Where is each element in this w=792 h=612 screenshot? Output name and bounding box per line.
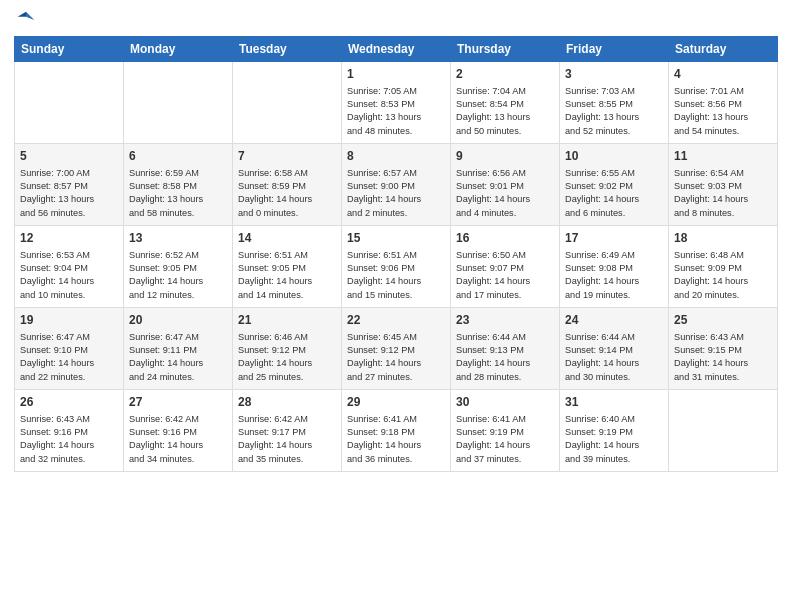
calendar-week-3: 12Sunrise: 6:53 AMSunset: 9:04 PMDayligh…: [15, 226, 778, 308]
calendar-week-5: 26Sunrise: 6:43 AMSunset: 9:16 PMDayligh…: [15, 390, 778, 472]
day-number: 1: [347, 66, 445, 83]
calendar-day-29: 29Sunrise: 6:41 AMSunset: 9:18 PMDayligh…: [342, 390, 451, 472]
day-number: 17: [565, 230, 663, 247]
calendar-day-12: 12Sunrise: 6:53 AMSunset: 9:04 PMDayligh…: [15, 226, 124, 308]
day-info: Sunrise: 6:45 AMSunset: 9:12 PMDaylight:…: [347, 331, 445, 384]
day-info: Sunrise: 6:44 AMSunset: 9:14 PMDaylight:…: [565, 331, 663, 384]
calendar-day-31: 31Sunrise: 6:40 AMSunset: 9:19 PMDayligh…: [560, 390, 669, 472]
day-number: 24: [565, 312, 663, 329]
day-number: 5: [20, 148, 118, 165]
calendar-day-18: 18Sunrise: 6:48 AMSunset: 9:09 PMDayligh…: [669, 226, 778, 308]
day-info: Sunrise: 6:44 AMSunset: 9:13 PMDaylight:…: [456, 331, 554, 384]
day-number: 4: [674, 66, 772, 83]
day-number: 10: [565, 148, 663, 165]
calendar-day-13: 13Sunrise: 6:52 AMSunset: 9:05 PMDayligh…: [124, 226, 233, 308]
calendar-day-16: 16Sunrise: 6:50 AMSunset: 9:07 PMDayligh…: [451, 226, 560, 308]
day-number: 6: [129, 148, 227, 165]
calendar-day-27: 27Sunrise: 6:42 AMSunset: 9:16 PMDayligh…: [124, 390, 233, 472]
empty-cell: [669, 390, 778, 472]
day-number: 13: [129, 230, 227, 247]
day-number: 12: [20, 230, 118, 247]
day-number: 23: [456, 312, 554, 329]
col-header-friday: Friday: [560, 37, 669, 62]
day-info: Sunrise: 6:42 AMSunset: 9:16 PMDaylight:…: [129, 413, 227, 466]
day-number: 9: [456, 148, 554, 165]
empty-cell: [233, 62, 342, 144]
calendar-week-1: 1Sunrise: 7:05 AMSunset: 8:53 PMDaylight…: [15, 62, 778, 144]
logo: [14, 10, 36, 30]
calendar-day-24: 24Sunrise: 6:44 AMSunset: 9:14 PMDayligh…: [560, 308, 669, 390]
day-info: Sunrise: 6:46 AMSunset: 9:12 PMDaylight:…: [238, 331, 336, 384]
calendar-day-9: 9Sunrise: 6:56 AMSunset: 9:01 PMDaylight…: [451, 144, 560, 226]
day-info: Sunrise: 6:49 AMSunset: 9:08 PMDaylight:…: [565, 249, 663, 302]
day-number: 14: [238, 230, 336, 247]
calendar-header-row: SundayMondayTuesdayWednesdayThursdayFrid…: [15, 37, 778, 62]
calendar-week-2: 5Sunrise: 7:00 AMSunset: 8:57 PMDaylight…: [15, 144, 778, 226]
calendar-day-1: 1Sunrise: 7:05 AMSunset: 8:53 PMDaylight…: [342, 62, 451, 144]
day-number: 2: [456, 66, 554, 83]
day-number: 31: [565, 394, 663, 411]
calendar-day-30: 30Sunrise: 6:41 AMSunset: 9:19 PMDayligh…: [451, 390, 560, 472]
calendar-day-7: 7Sunrise: 6:58 AMSunset: 8:59 PMDaylight…: [233, 144, 342, 226]
day-number: 30: [456, 394, 554, 411]
calendar-day-22: 22Sunrise: 6:45 AMSunset: 9:12 PMDayligh…: [342, 308, 451, 390]
day-info: Sunrise: 7:03 AMSunset: 8:55 PMDaylight:…: [565, 85, 663, 138]
calendar-day-3: 3Sunrise: 7:03 AMSunset: 8:55 PMDaylight…: [560, 62, 669, 144]
day-info: Sunrise: 6:56 AMSunset: 9:01 PMDaylight:…: [456, 167, 554, 220]
col-header-saturday: Saturday: [669, 37, 778, 62]
day-number: 8: [347, 148, 445, 165]
day-number: 25: [674, 312, 772, 329]
day-number: 29: [347, 394, 445, 411]
day-number: 19: [20, 312, 118, 329]
day-info: Sunrise: 6:55 AMSunset: 9:02 PMDaylight:…: [565, 167, 663, 220]
day-number: 28: [238, 394, 336, 411]
day-number: 7: [238, 148, 336, 165]
day-number: 21: [238, 312, 336, 329]
col-header-wednesday: Wednesday: [342, 37, 451, 62]
day-info: Sunrise: 6:58 AMSunset: 8:59 PMDaylight:…: [238, 167, 336, 220]
day-info: Sunrise: 6:52 AMSunset: 9:05 PMDaylight:…: [129, 249, 227, 302]
day-number: 26: [20, 394, 118, 411]
calendar: SundayMondayTuesdayWednesdayThursdayFrid…: [14, 36, 778, 472]
calendar-day-19: 19Sunrise: 6:47 AMSunset: 9:10 PMDayligh…: [15, 308, 124, 390]
empty-cell: [15, 62, 124, 144]
calendar-day-4: 4Sunrise: 7:01 AMSunset: 8:56 PMDaylight…: [669, 62, 778, 144]
col-header-thursday: Thursday: [451, 37, 560, 62]
day-info: Sunrise: 6:50 AMSunset: 9:07 PMDaylight:…: [456, 249, 554, 302]
page: SundayMondayTuesdayWednesdayThursdayFrid…: [0, 0, 792, 612]
calendar-day-5: 5Sunrise: 7:00 AMSunset: 8:57 PMDaylight…: [15, 144, 124, 226]
day-info: Sunrise: 6:47 AMSunset: 9:11 PMDaylight:…: [129, 331, 227, 384]
day-number: 15: [347, 230, 445, 247]
calendar-day-15: 15Sunrise: 6:51 AMSunset: 9:06 PMDayligh…: [342, 226, 451, 308]
calendar-day-10: 10Sunrise: 6:55 AMSunset: 9:02 PMDayligh…: [560, 144, 669, 226]
day-info: Sunrise: 6:54 AMSunset: 9:03 PMDaylight:…: [674, 167, 772, 220]
calendar-day-14: 14Sunrise: 6:51 AMSunset: 9:05 PMDayligh…: [233, 226, 342, 308]
day-info: Sunrise: 6:41 AMSunset: 9:18 PMDaylight:…: [347, 413, 445, 466]
empty-cell: [124, 62, 233, 144]
calendar-day-11: 11Sunrise: 6:54 AMSunset: 9:03 PMDayligh…: [669, 144, 778, 226]
day-info: Sunrise: 6:43 AMSunset: 9:15 PMDaylight:…: [674, 331, 772, 384]
calendar-day-20: 20Sunrise: 6:47 AMSunset: 9:11 PMDayligh…: [124, 308, 233, 390]
day-info: Sunrise: 6:51 AMSunset: 9:05 PMDaylight:…: [238, 249, 336, 302]
day-info: Sunrise: 6:51 AMSunset: 9:06 PMDaylight:…: [347, 249, 445, 302]
day-info: Sunrise: 6:48 AMSunset: 9:09 PMDaylight:…: [674, 249, 772, 302]
calendar-week-4: 19Sunrise: 6:47 AMSunset: 9:10 PMDayligh…: [15, 308, 778, 390]
col-header-monday: Monday: [124, 37, 233, 62]
day-number: 20: [129, 312, 227, 329]
col-header-sunday: Sunday: [15, 37, 124, 62]
day-info: Sunrise: 6:59 AMSunset: 8:58 PMDaylight:…: [129, 167, 227, 220]
col-header-tuesday: Tuesday: [233, 37, 342, 62]
calendar-day-21: 21Sunrise: 6:46 AMSunset: 9:12 PMDayligh…: [233, 308, 342, 390]
logo-icon: [16, 10, 36, 30]
day-number: 3: [565, 66, 663, 83]
day-info: Sunrise: 7:05 AMSunset: 8:53 PMDaylight:…: [347, 85, 445, 138]
day-info: Sunrise: 6:43 AMSunset: 9:16 PMDaylight:…: [20, 413, 118, 466]
day-number: 22: [347, 312, 445, 329]
calendar-day-6: 6Sunrise: 6:59 AMSunset: 8:58 PMDaylight…: [124, 144, 233, 226]
calendar-day-23: 23Sunrise: 6:44 AMSunset: 9:13 PMDayligh…: [451, 308, 560, 390]
day-info: Sunrise: 6:42 AMSunset: 9:17 PMDaylight:…: [238, 413, 336, 466]
day-number: 11: [674, 148, 772, 165]
calendar-day-25: 25Sunrise: 6:43 AMSunset: 9:15 PMDayligh…: [669, 308, 778, 390]
calendar-day-26: 26Sunrise: 6:43 AMSunset: 9:16 PMDayligh…: [15, 390, 124, 472]
calendar-day-8: 8Sunrise: 6:57 AMSunset: 9:00 PMDaylight…: [342, 144, 451, 226]
